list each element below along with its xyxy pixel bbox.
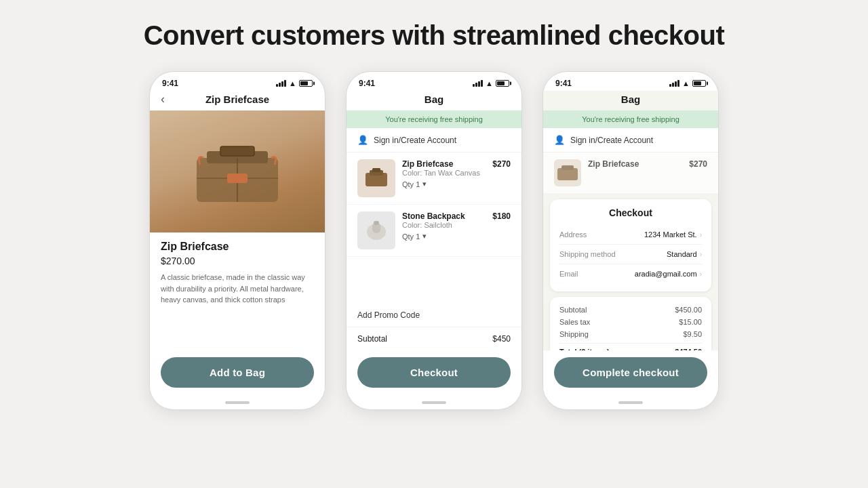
product-btn-bar: Add to Bag [150, 350, 325, 397]
status-icons-3: ▲ [669, 79, 706, 87]
email-value: aradia@gmail.com › [635, 270, 702, 278]
checkout-btn-bar: Complete checkout [543, 350, 718, 397]
checkout-free-shipping: You're receiving free shipping [543, 110, 718, 128]
status-bar-3: 9:41 ▲ [543, 72, 718, 91]
status-bar-1: 9:41 ▲ [150, 72, 325, 91]
address-label: Address [559, 230, 587, 239]
shipping-method-row[interactable]: Shipping method Standard › [559, 245, 702, 264]
svg-rect-11 [374, 221, 379, 225]
address-chevron: › [700, 231, 702, 239]
phone-checkout: 9:41 ▲ Bag You're receiving free shippin… [542, 71, 719, 410]
product-name: Zip Briefcase [161, 241, 314, 253]
battery-icon-1 [299, 80, 313, 87]
checkout-item-preview: Zip Briefcase $270 [543, 152, 718, 194]
product-nav: ‹ Zip Briefcase [150, 91, 325, 110]
phones-container: 9:41 ▲ ‹ Zip Briefcase [149, 71, 719, 410]
shipping-method-value: Standard › [667, 250, 702, 258]
complete-checkout-button[interactable]: Complete checkout [554, 357, 707, 388]
signal-icon-1 [276, 80, 286, 87]
free-shipping-banner: You're receiving free shipping [347, 110, 521, 128]
item-color-1: Color: Tan Wax Canvas [402, 169, 486, 177]
time-2: 9:41 [359, 79, 375, 88]
battery-icon-2 [496, 80, 509, 87]
phone-bag: 9:41 ▲ Bag You're receiving free shippin… [346, 71, 522, 410]
tax-value: $15.00 [679, 318, 702, 326]
email-row[interactable]: Email aradia@gmail.com › [559, 264, 702, 283]
product-image [150, 110, 325, 232]
promo-row[interactable]: Add Promo Code [347, 304, 521, 327]
battery-icon-3 [692, 80, 706, 87]
item-name-1: Zip Briefcase [402, 159, 486, 169]
shipping-cost-label: Shipping [559, 330, 589, 338]
signal-icon-3 [669, 80, 679, 87]
shipping-method-label: Shipping method [559, 250, 616, 258]
home-indicator-3 [618, 401, 643, 404]
cart-item-2: Stone Backpack Color: Sailcloth Qty 1 ▾ … [347, 205, 521, 257]
subtotal-value: $450 [492, 334, 511, 344]
address-row[interactable]: Address 1234 Market St. › [559, 225, 702, 245]
signal-icon-2 [473, 80, 483, 87]
sign-in-label: Sign in/Create Account [374, 136, 456, 145]
checkout-user-icon: 👤 [554, 135, 565, 145]
time-1: 9:41 [162, 79, 178, 88]
item-color-2: Color: Sailcloth [402, 221, 486, 229]
item-details-2: Stone Backpack Color: Sailcloth Qty 1 ▾ [402, 211, 486, 241]
checkout-item-details: Zip Briefcase [588, 159, 682, 169]
wifi-icon-2: ▲ [486, 79, 493, 87]
shipping-chevron: › [700, 251, 702, 258]
add-to-bag-button[interactable]: Add to Bag [161, 357, 314, 388]
status-icons-1: ▲ [276, 79, 313, 87]
email-chevron: › [700, 270, 702, 278]
checkout-content: Bag You're receiving free shipping 👤 Sig… [543, 91, 718, 350]
cart-item-1: Zip Briefcase Color: Tan Wax Canvas Qty … [347, 152, 521, 205]
product-description: A classic briefcase, made in the classic… [161, 272, 314, 306]
wifi-icon-3: ▲ [682, 79, 690, 87]
item-price-2: $180 [492, 211, 511, 221]
sign-in-row[interactable]: 👤 Sign in/Create Account [347, 128, 521, 152]
checkout-item-thumb [554, 159, 581, 186]
checkout-bag-title: Bag [543, 91, 718, 110]
page-headline: Convert customers with streamlined check… [144, 20, 725, 51]
email-label: Email [559, 270, 578, 278]
address-value: 1234 Market St. › [644, 230, 702, 239]
cart-items: Zip Briefcase Color: Tan Wax Canvas Qty … [347, 152, 521, 304]
checkout-sign-in: 👤 Sign in/Create Account [543, 128, 718, 152]
product-nav-title: Zip Briefcase [205, 94, 269, 105]
item-thumb-2 [357, 211, 395, 249]
subtotal-label: Subtotal [357, 334, 387, 344]
checkout-button[interactable]: Checkout [357, 357, 511, 388]
item-thumb-1 [357, 159, 395, 197]
user-icon: 👤 [357, 135, 368, 145]
item-details-1: Zip Briefcase Color: Tan Wax Canvas Qty … [402, 159, 486, 188]
product-price: $270.00 [161, 256, 314, 266]
briefcase-svg [183, 134, 292, 209]
total-line: Total (2 items) $474.50 [559, 343, 702, 350]
item-qty-2[interactable]: Qty 1 ▾ [402, 232, 486, 241]
svg-rect-2 [220, 146, 254, 156]
time-3: 9:41 [555, 79, 572, 88]
bag-title: Bag [347, 91, 521, 110]
product-info: Zip Briefcase $270.00 A classic briefcas… [150, 232, 325, 350]
wifi-icon-1: ▲ [289, 79, 296, 87]
svg-rect-5 [227, 174, 248, 183]
subtotal-line: Subtotal $450.00 [559, 304, 702, 316]
order-summary-card: Subtotal $450.00 Sales tax $15.00 Shippi… [550, 297, 711, 350]
home-indicator-1 [225, 401, 250, 404]
item-qty-1[interactable]: Qty 1 ▾ [402, 180, 486, 188]
subtotal-label-3: Subtotal [559, 306, 587, 314]
shipping-cost-value: $9.50 [683, 330, 702, 338]
back-button[interactable]: ‹ [161, 92, 165, 106]
status-icons-2: ▲ [473, 79, 509, 87]
item-name-2: Stone Backpack [402, 211, 486, 221]
tax-label: Sales tax [559, 318, 590, 326]
svg-rect-13 [561, 165, 574, 170]
checkout-sign-in-label: Sign in/Create Account [570, 136, 653, 145]
subtotal-row: Subtotal $450 [347, 327, 521, 350]
svg-rect-8 [372, 168, 380, 172]
status-bar-2: 9:41 ▲ [347, 72, 521, 91]
bag-btn-bar: Checkout [347, 350, 521, 397]
item-price-1: $270 [492, 159, 511, 169]
subtotal-value-3: $450.00 [675, 306, 702, 314]
phone-product: 9:41 ▲ ‹ Zip Briefcase [149, 71, 326, 410]
tax-line: Sales tax $15.00 [559, 316, 702, 328]
